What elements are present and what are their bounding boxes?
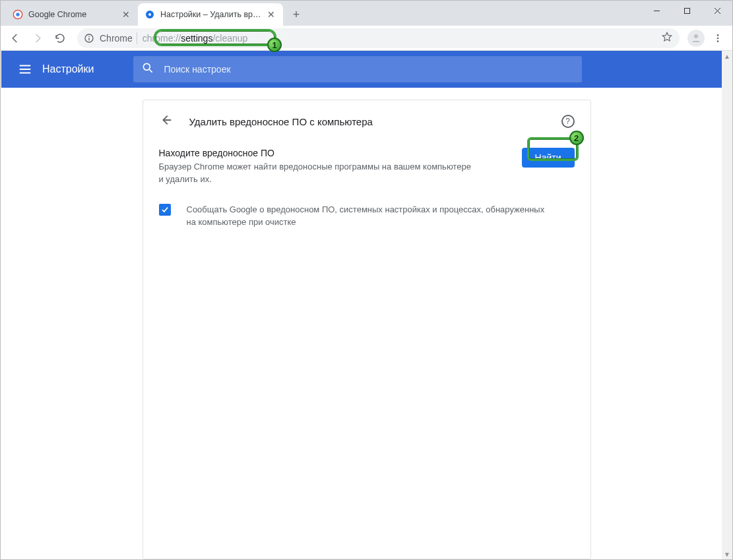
chrome-menu-button[interactable] <box>709 29 727 47</box>
card-header: Удалить вредоносное ПО с компьютера ? <box>159 112 575 131</box>
tab-title: Google Chrome <box>28 10 117 19</box>
svg-point-3 <box>148 13 151 16</box>
search-placeholder: Поиск настроек <box>164 64 230 75</box>
annotation-badge-2: 2 <box>569 131 584 145</box>
window-close-button[interactable] <box>702 1 732 20</box>
address-bar[interactable]: Chrome chrome://settings/cleanup <box>77 28 680 48</box>
report-checkbox[interactable] <box>159 204 171 216</box>
window-minimize-button[interactable] <box>641 1 672 20</box>
nav-reload-button[interactable] <box>51 29 69 47</box>
search-icon <box>141 61 154 77</box>
report-checkbox-label: Сообщать Google о вредоносном ПО, систем… <box>187 203 556 229</box>
tab-title: Настройки – Удалить вредонос <box>160 10 262 19</box>
settings-title: Настройки <box>42 63 94 75</box>
page-viewport: Настройки Поиск настроек Удалить вредоно… <box>1 51 732 559</box>
find-button[interactable]: Найти <box>522 148 575 168</box>
svg-point-14 <box>717 40 719 42</box>
settings-menu-button[interactable] <box>11 55 40 84</box>
report-checkbox-row: Сообщать Google о вредоносном ПО, систем… <box>159 203 575 229</box>
new-tab-button[interactable]: + <box>287 5 305 24</box>
svg-rect-10 <box>88 38 89 40</box>
svg-point-12 <box>717 34 719 36</box>
section-title: Находите вредоносное ПО <box>159 148 511 158</box>
separator <box>137 32 137 44</box>
window-controls <box>641 1 732 20</box>
section-description: Браузер Chrome может найти вредоносные п… <box>159 161 476 186</box>
site-info-icon[interactable] <box>84 33 94 44</box>
url-display: chrome://settings/cleanup <box>143 33 248 44</box>
scroll-down-icon[interactable]: ▼ <box>722 549 732 559</box>
nav-forward-button[interactable] <box>28 29 47 47</box>
find-malware-section: Находите вредоносное ПО Браузер Chrome м… <box>159 148 575 186</box>
browser-toolbar: Chrome chrome://settings/cleanup <box>1 26 732 51</box>
tab-strip: Google Chrome ✕ Настройки – Удалить вред… <box>6 1 305 26</box>
tab-google-chrome[interactable]: Google Chrome ✕ <box>6 3 138 26</box>
page-scrollbar[interactable]: ▲ ▼ <box>722 51 732 559</box>
chrome-favicon-icon <box>13 9 23 20</box>
url-host-label: Chrome <box>100 33 133 44</box>
page-title: Удалить вредоносное ПО с компьютера <box>189 116 561 127</box>
nav-back-button[interactable] <box>6 29 24 47</box>
settings-search-input[interactable]: Поиск настроек <box>133 56 582 82</box>
svg-rect-5 <box>684 8 689 13</box>
tab-settings-cleanup[interactable]: Настройки – Удалить вредонос ✕ <box>138 3 283 26</box>
window-maximize-button[interactable] <box>672 1 702 20</box>
window-titlebar: Google Chrome ✕ Настройки – Удалить вред… <box>1 1 732 26</box>
settings-favicon-icon <box>144 9 155 20</box>
cleanup-card: Удалить вредоносное ПО с компьютера ? На… <box>143 100 591 559</box>
help-icon[interactable]: ? <box>561 115 575 128</box>
svg-point-1 <box>16 13 19 16</box>
svg-point-13 <box>717 37 719 39</box>
profile-avatar-button[interactable] <box>687 30 705 47</box>
svg-point-15 <box>144 63 150 70</box>
settings-header: Настройки Поиск настроек <box>1 51 732 88</box>
scroll-up-icon[interactable]: ▲ <box>722 51 732 61</box>
svg-line-16 <box>150 70 152 73</box>
tab-close-button[interactable]: ✕ <box>266 9 276 20</box>
tab-close-button[interactable]: ✕ <box>121 9 131 20</box>
settings-body: Удалить вредоносное ПО с компьютера ? На… <box>1 88 732 559</box>
settings-back-button[interactable] <box>159 113 174 130</box>
svg-point-9 <box>88 36 90 37</box>
bookmark-star-icon[interactable] <box>661 31 673 46</box>
svg-point-11 <box>694 34 698 38</box>
